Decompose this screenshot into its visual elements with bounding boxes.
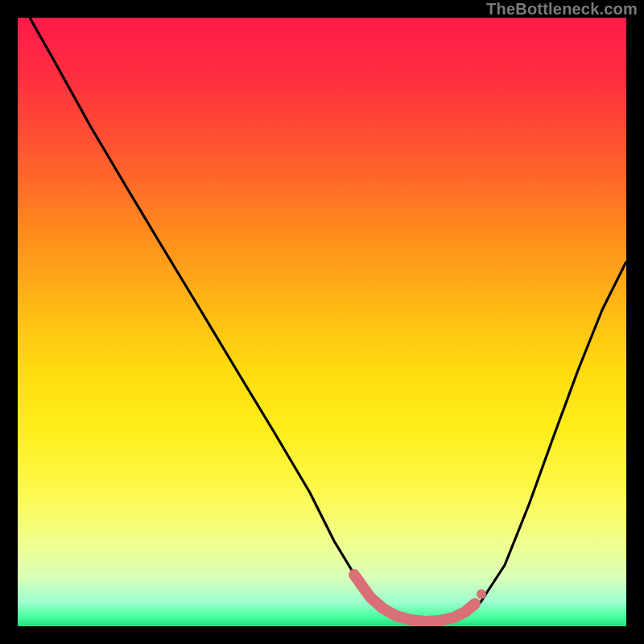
- svg-point-1: [477, 589, 486, 599]
- plot-area: [18, 18, 626, 626]
- chart-frame: TheBottleneck.com: [0, 0, 644, 644]
- bottleneck-curve: [30, 18, 626, 620]
- svg-point-2: [473, 599, 480, 605]
- watermark-text: TheBottleneck.com: [486, 0, 638, 19]
- curve-layer: [18, 18, 626, 626]
- optimal-zone-marker: [351, 570, 486, 621]
